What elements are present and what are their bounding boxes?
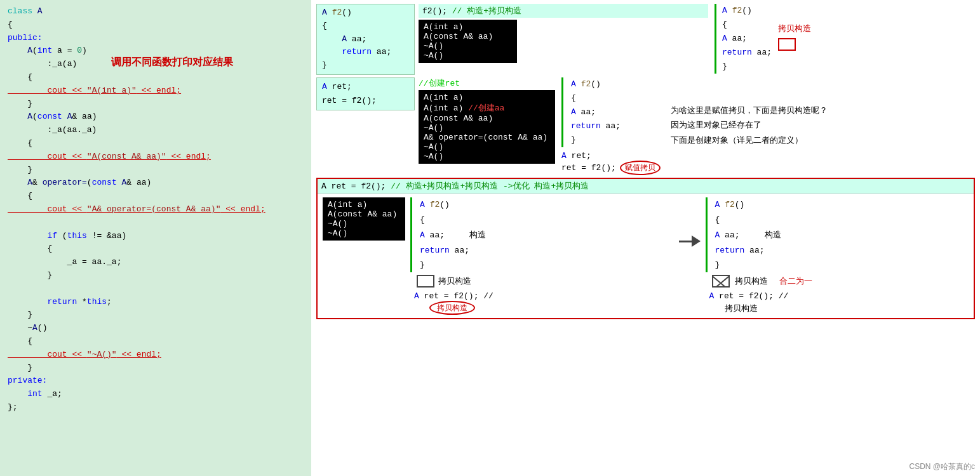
code-line: return aa; xyxy=(420,243,486,258)
output-line: A& operator=(const A& aa) xyxy=(424,133,550,142)
code-line: } xyxy=(8,308,304,322)
code-line: return aa; xyxy=(322,46,409,59)
code-line: A f2() xyxy=(322,6,409,20)
ret-line: A ret; xyxy=(561,151,661,161)
code-line: return aa; xyxy=(571,119,621,133)
explanation-line: 因为这里对象已经存在了 xyxy=(671,117,828,132)
code-line: A& operator=(const A& aa) xyxy=(8,176,304,190)
code-line: _a = aa._a; xyxy=(8,256,304,269)
code-line: ret = f2(); xyxy=(322,94,409,108)
code-line: A f2() xyxy=(722,4,772,18)
code-line: { xyxy=(8,190,304,203)
code-line: A ret; xyxy=(322,80,409,94)
output-section-2: //创建ret A(int a) A(int a) //创建aa A(const… xyxy=(415,77,555,166)
output-line: A(int a) xyxy=(328,200,400,209)
code-line: cout << "A(int a)" << endl; xyxy=(8,84,304,98)
diagram-2-code: A f2() { A aa; return aa; } A ret; xyxy=(561,77,661,175)
diagram-1: A f2() { A aa; return aa; } 拷贝构造 xyxy=(708,4,975,74)
code-line: return aa; xyxy=(715,243,781,258)
code-line: A f2() xyxy=(571,77,621,91)
code-line: } xyxy=(322,59,409,72)
middle-section-1: f2(); // 构造+拷贝构造 A(int a) A(const A& aa)… xyxy=(415,4,708,65)
code-line: } xyxy=(8,98,304,111)
f2-code-box: A f2() { A aa; return aa; } xyxy=(316,4,415,75)
code-line: }; xyxy=(8,401,304,414)
ret-f2-line: A ret = f2(); // xyxy=(414,291,674,301)
copy-construct-1: 拷贝构造 xyxy=(417,275,674,288)
output-box-3: A(int a) A(const A& aa) ~A() ~A() xyxy=(323,197,405,241)
code-line: { xyxy=(420,213,486,227)
output-line: A(int a) xyxy=(424,22,512,32)
code-line: { xyxy=(322,20,409,33)
code-line: int _a; xyxy=(8,388,304,401)
output-line: ~A() xyxy=(424,41,512,51)
f2-diagram-code: A f2() { A aa; return aa; } xyxy=(715,4,772,74)
code-line: cout << "A& operator=(const A& aa)" << e… xyxy=(8,203,304,216)
code-line: A aa; 构造 xyxy=(715,227,781,242)
row-1: A f2() { A aa; return aa; } f2(); // 构造+… xyxy=(316,4,975,75)
code-line: A(const A& aa) xyxy=(8,110,304,124)
output-box-1: A(int a) A(const A& aa) ~A() ~A() xyxy=(419,20,517,63)
code-line: { xyxy=(8,242,304,256)
code-line: cout << "A(const A& aa)" << endl; xyxy=(8,150,304,164)
annotation-label: 调用不同函数打印对应结果 xyxy=(111,56,233,69)
row-2: A ret; ret = f2(); //创建ret A(int a) A(in… xyxy=(316,77,975,175)
ret-code-box: A ret; ret = f2(); xyxy=(316,77,415,110)
ret2-line: ret = f2(); 赋值拷贝 xyxy=(561,161,661,175)
code-line: private: xyxy=(8,374,304,388)
output-line: ~A() xyxy=(424,152,550,161)
output-line: ~A() xyxy=(424,51,512,60)
code-line: return aa; xyxy=(722,46,772,60)
code-line: { xyxy=(8,71,304,84)
ret-f2-line-2: A ret = f2(); // xyxy=(709,291,969,301)
explanation-line: 下面是创建对象（详见二者的定义） xyxy=(671,133,828,147)
bottom-content: A(int a) A(const A& aa) ~A() ~A() A f2()… xyxy=(318,194,974,318)
code-line: A aa; xyxy=(571,105,621,119)
output-line: ~A() xyxy=(424,142,550,152)
optimization-arrow xyxy=(679,197,701,247)
copy-construct-label-2: 拷贝构造 xyxy=(725,303,969,314)
code-line: { xyxy=(8,137,304,150)
bottom-header: A ret = f2(); // 构造+拷贝构造+拷贝构造 ->优化 构造+拷贝… xyxy=(318,179,974,194)
output-box-2: A(int a) A(int a) //创建aa A(const A& aa) … xyxy=(419,90,555,164)
explanation-line: 为啥这里是赋值拷贝，下面是拷贝构造呢？ xyxy=(671,103,828,117)
code-line: { xyxy=(715,213,781,227)
right-panel: A f2() { A aa; return aa; } f2(); // 构造+… xyxy=(311,0,980,476)
code-line: A aa; xyxy=(722,32,772,46)
output-line: A(const A& aa) xyxy=(328,209,400,219)
code-line: { xyxy=(8,335,304,348)
copy-construct-oval: 拷贝构造 xyxy=(429,303,674,314)
diagram-2-area: A f2() { A aa; return aa; } A ret; xyxy=(555,77,975,175)
output-line: A(int a) //创建aa xyxy=(424,102,550,114)
output-line: A(const A& aa) xyxy=(424,32,512,41)
merged-copy: 拷贝构造 合二为一 xyxy=(712,275,969,288)
code-line: } xyxy=(8,269,304,282)
output-line: ~A() xyxy=(328,219,400,228)
copy-construct-annotation: 拷贝构造 xyxy=(778,4,811,53)
code-line: { xyxy=(722,18,772,32)
code-line xyxy=(8,216,304,230)
code-line: cout << "~A()" << endl; xyxy=(8,348,304,362)
code-line: } xyxy=(8,164,304,177)
code-line: { xyxy=(8,18,304,32)
left-panel: class A { public: A(int a = 0) 调用不同函数打印对… xyxy=(0,0,311,476)
code-line: return *this; xyxy=(8,296,304,309)
bottom-right-diagram: A f2() { A aa; 构造 return aa; } xyxy=(706,197,969,314)
output-line: ~A() xyxy=(328,228,400,238)
code-line: } xyxy=(8,362,304,375)
code-line: :_a(aa._a) xyxy=(8,124,304,137)
code-line: } xyxy=(715,258,781,272)
output-line: A(const A& aa) xyxy=(424,114,550,123)
code-line: ~A() xyxy=(8,322,304,335)
bottom-section: A ret = f2(); // 构造+拷贝构造+拷贝构造 ->优化 构造+拷贝… xyxy=(316,178,975,319)
code-line: } xyxy=(722,60,772,74)
bottom-left-diagram: A f2() { A aa; 构造 return aa; } 拷贝构造 xyxy=(410,197,674,314)
output-line: A(int a) xyxy=(424,93,550,102)
watermark: CSDN @哈茶真的c xyxy=(909,461,975,472)
code-line: public: xyxy=(8,32,304,45)
f2-call-label: f2(); // 构造+拷贝构造 xyxy=(419,4,708,18)
main-container: class A { public: A(int a = 0) 调用不同函数打印对… xyxy=(0,0,980,476)
code-line: A f2() xyxy=(420,197,486,212)
code-line: if (this != &aa) xyxy=(8,230,304,243)
output-line: ~A() xyxy=(424,123,550,133)
